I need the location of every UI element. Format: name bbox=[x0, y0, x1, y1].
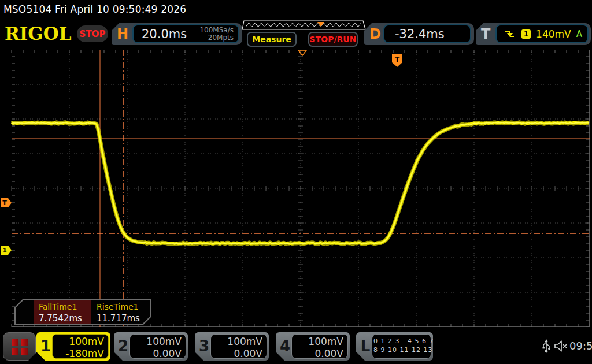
oscilloscope-screen: MSO5104 Fri April 10 09:50:49 2026 RIGOL… bbox=[0, 0, 592, 364]
trigger-label: T bbox=[481, 26, 490, 42]
channel-4-chip[interactable]: 4 100mV 0.00V bbox=[276, 332, 350, 361]
measurement-risetime[interactable]: RiseTime1 11.717ms bbox=[91, 300, 149, 324]
muted-speaker-icon bbox=[554, 340, 569, 352]
acquisition-status-badge: STOP bbox=[77, 25, 108, 42]
horizontal-label: H bbox=[117, 26, 128, 42]
measurement-results-panel[interactable]: FallTime1 7.7542ms RiseTime1 11.717ms bbox=[14, 299, 151, 325]
svg-text:T: T bbox=[2, 199, 7, 207]
logic-row-1: 0 1 2 3 4 5 6 7 bbox=[373, 338, 430, 345]
clock: 09:50 bbox=[569, 340, 592, 352]
measurement-value: 11.717ms bbox=[97, 313, 149, 324]
memory-depth: 20Mpts bbox=[208, 34, 234, 42]
usb-icon bbox=[541, 339, 552, 354]
menu-grid-icon bbox=[12, 339, 28, 355]
channel-scale: 100mV bbox=[69, 336, 104, 348]
sample-rate: 100MSa/s bbox=[199, 26, 234, 34]
channel-offset: 0.00V bbox=[153, 348, 182, 360]
channel-2-chip[interactable]: 2 100mV 0.00V bbox=[114, 332, 188, 361]
svg-text:1: 1 bbox=[2, 247, 7, 254]
trigger-level-value: 140mV bbox=[536, 28, 571, 40]
falling-edge-icon bbox=[504, 29, 515, 39]
measurement-falltime[interactable]: FallTime1 7.7542ms bbox=[34, 300, 91, 324]
channel-number: 4 bbox=[279, 337, 291, 355]
channel-offset: 0.00V bbox=[315, 348, 343, 360]
delay-label: D bbox=[369, 26, 381, 42]
trigger-source-badge: 1 bbox=[521, 29, 531, 39]
channel-scale: 100mV bbox=[146, 336, 182, 348]
delay-settings-button[interactable]: D -32.4ms bbox=[364, 23, 474, 45]
trigger-display: 1 140mV A bbox=[495, 24, 589, 43]
channel-number: 3 bbox=[198, 337, 210, 355]
channel-number: 1 bbox=[40, 337, 51, 355]
trigger-sweep-mode: A bbox=[576, 29, 587, 39]
channel-scale: 100mV bbox=[308, 336, 343, 348]
rigol-logo: RIGOL bbox=[5, 23, 72, 44]
main-menu-button[interactable] bbox=[3, 332, 36, 361]
channel-1-chip[interactable]: 1 100mV -180mV bbox=[36, 332, 110, 361]
measure-button[interactable]: Measure bbox=[247, 32, 297, 47]
logic-channels-chip[interactable]: L 0 1 2 3 4 5 6 7 8 9 10 11 12 13 14 15 bbox=[356, 332, 433, 361]
stop-run-button[interactable]: STOP/RUN bbox=[308, 32, 358, 47]
channel-3-chip[interactable]: 3 100mV 0.00V bbox=[195, 332, 269, 361]
timebase-value: 20.0ms bbox=[134, 27, 187, 41]
model-and-datetime: MSO5104 Fri April 10 09:50:49 2026 bbox=[3, 3, 186, 15]
channel-number: 2 bbox=[117, 337, 129, 355]
delay-value: -32.4ms bbox=[384, 27, 445, 41]
measurement-name: FallTime1 bbox=[39, 302, 91, 311]
trigger-settings-button[interactable]: T 1 140mV A bbox=[476, 23, 591, 45]
logic-label: L bbox=[360, 337, 371, 355]
measurement-value: 7.7542ms bbox=[39, 313, 91, 324]
svg-text:T: T bbox=[395, 55, 400, 64]
logic-row-2: 8 9 10 11 12 13 14 15 bbox=[373, 347, 430, 354]
timebase-display: 20.0ms 100MSa/s 20Mpts bbox=[132, 24, 239, 43]
channel-offset: -180mV bbox=[65, 348, 104, 360]
waveform-display-area[interactable]: T1T bbox=[0, 50, 592, 327]
horizontal-settings-button[interactable]: H 20.0ms 100MSa/s 20Mpts bbox=[112, 23, 242, 45]
waveform-position-indicator[interactable] bbox=[242, 20, 366, 31]
channel-offset: 0.00V bbox=[234, 348, 262, 360]
delay-display: -32.4ms bbox=[383, 24, 471, 43]
measurement-name: RiseTime1 bbox=[97, 302, 149, 311]
channel-scale: 100mV bbox=[227, 336, 262, 348]
